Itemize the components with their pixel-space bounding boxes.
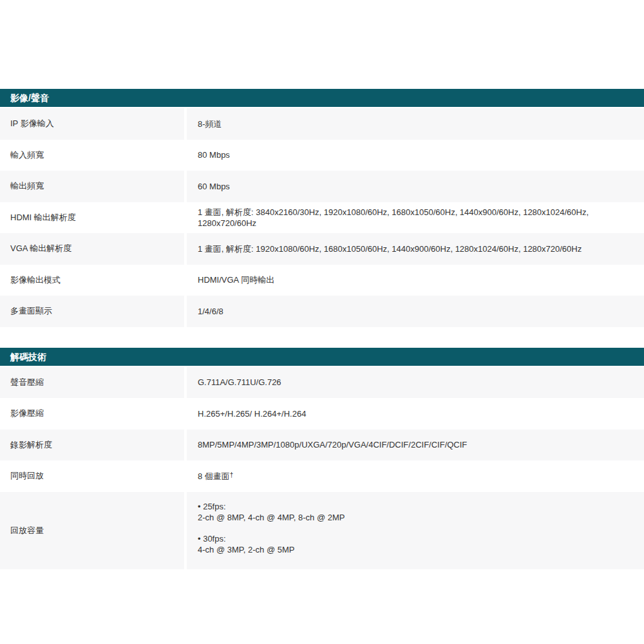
playback-line: 4-ch @ 3MP, 2-ch @ 5MP — [198, 544, 638, 555]
spec-row: VGA 輸出解析度 1 畫面, 解析度: 1920x1080/60Hz, 168… — [0, 233, 644, 265]
spec-row: IP 影像輸入 8-頻道 — [0, 108, 644, 140]
spec-label: 輸入頻寬 — [0, 140, 184, 171]
spec-row: 影像壓縮 H.265+/H.265/ H.264+/H.264 — [0, 398, 644, 430]
spec-row: 多畫面顯示 1/4/6/8 — [0, 296, 644, 327]
spec-value: 1/4/6/8 — [187, 296, 644, 327]
spec-value: • 25fps: 2-ch @ 8MP, 4-ch @ 4MP, 8-ch @ … — [187, 492, 644, 569]
section-header-video-audio: 影像/聲音 — [0, 89, 644, 107]
spec-value: 8MP/5MP/4MP/3MP/1080p/UXGA/720p/VGA/4CIF… — [187, 430, 644, 461]
spec-value: 1 畫面, 解析度: 3840x2160/30Hz, 1920x1080/60H… — [187, 202, 644, 234]
spec-value-text: 8 個畫面 — [198, 471, 230, 482]
playback-30fps-group: • 30fps: 4-ch @ 3MP, 2-ch @ 5MP — [198, 533, 638, 555]
spec-label: IP 影像輸入 — [0, 108, 184, 140]
spec-row: 聲音壓縮 G.711A/G.711U/G.726 — [0, 367, 644, 399]
section-decoding: 解碼技術 聲音壓縮 G.711A/G.711U/G.726 影像壓縮 H.265… — [0, 348, 644, 569]
spec-row: 輸入頻寬 80 Mbps — [0, 140, 644, 171]
spec-label: 影像壓縮 — [0, 398, 184, 430]
spec-label: 同時回放 — [0, 460, 184, 492]
playback-line: • 25fps: — [198, 501, 638, 512]
spec-table: 影像/聲音 IP 影像輸入 8-頻道 輸入頻寬 80 Mbps 輸出頻寬 60 … — [0, 0, 644, 569]
spec-label: 輸出頻寬 — [0, 171, 184, 202]
spec-label: 回放容量 — [0, 492, 184, 569]
spec-label: 影像輸出模式 — [0, 265, 184, 296]
spec-label: VGA 輸出解析度 — [0, 233, 184, 265]
spec-value: 1 畫面, 解析度: 1920x1080/60Hz, 1680x1050/60H… — [187, 233, 644, 265]
spec-value: 60 Mbps — [187, 171, 644, 202]
spec-label: 聲音壓縮 — [0, 367, 184, 399]
spec-row: 影像輸出模式 HDMI/VGA 同時輸出 — [0, 265, 644, 296]
playback-25fps-group: • 25fps: 2-ch @ 8MP, 4-ch @ 4MP, 8-ch @ … — [198, 501, 638, 523]
spec-value: 8 個畫面† — [187, 460, 644, 492]
spec-value: G.711A/G.711U/G.726 — [187, 367, 644, 399]
playback-line: 2-ch @ 8MP, 4-ch @ 4MP, 8-ch @ 2MP — [198, 512, 638, 523]
spec-label: 多畫面顯示 — [0, 296, 184, 327]
section-header-decoding: 解碼技術 — [0, 348, 644, 366]
spec-label: 錄影解析度 — [0, 430, 184, 461]
spec-value: 8-頻道 — [187, 108, 644, 140]
playback-line: • 30fps: — [198, 533, 638, 544]
spec-value: H.265+/H.265/ H.264+/H.264 — [187, 398, 644, 430]
spec-row: 同時回放 8 個畫面† — [0, 460, 644, 492]
spec-value: 80 Mbps — [187, 140, 644, 171]
spec-row: 錄影解析度 8MP/5MP/4MP/3MP/1080p/UXGA/720p/VG… — [0, 430, 644, 461]
section-video-audio: 影像/聲音 IP 影像輸入 8-頻道 輸入頻寬 80 Mbps 輸出頻寬 60 … — [0, 89, 644, 327]
spec-label: HDMI 輸出解析度 — [0, 202, 184, 234]
spec-row: 回放容量 • 25fps: 2-ch @ 8MP, 4-ch @ 4MP, 8-… — [0, 492, 644, 569]
spec-row: 輸出頻寬 60 Mbps — [0, 171, 644, 202]
spec-row: HDMI 輸出解析度 1 畫面, 解析度: 3840x2160/30Hz, 19… — [0, 202, 644, 234]
spec-value: HDMI/VGA 同時輸出 — [187, 265, 644, 296]
